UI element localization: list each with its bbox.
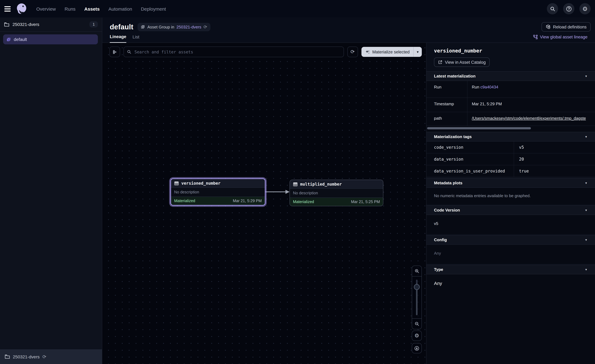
lineage-edge — [261, 187, 292, 196]
lineage-graph-icon — [533, 35, 538, 39]
refresh-graph-button[interactable]: ⟳ — [347, 47, 358, 57]
asset-sidebar: 250321-dvers 1 default — [0, 17, 102, 364]
tag-key: code_version — [426, 141, 514, 153]
search-icon — [550, 6, 555, 11]
asset-node-status: Materialized — [293, 200, 314, 204]
tag-row: code_version v5 — [426, 141, 595, 154]
latest-timestamp-key: Timestamp — [426, 98, 468, 112]
asset-node-description: No description — [171, 188, 265, 197]
section-heading: Metadata plots — [434, 181, 462, 185]
page-title: default — [110, 23, 133, 31]
section-heading: Code Version — [434, 208, 460, 212]
sidebar-footer[interactable]: 250321-dvers ⟳ — [0, 349, 102, 364]
tag-value: v5 — [514, 141, 595, 153]
zoom-in-icon — [414, 269, 419, 273]
sidebar-repo-row[interactable]: 250321-dvers 1 — [0, 17, 102, 32]
tag-row: data_version_is_user_provided true — [426, 165, 595, 177]
help-icon — [566, 6, 572, 12]
asset-group-icon — [6, 37, 11, 42]
asset-detail-panel: versioned_number View in Asset Catalog L… — [426, 43, 595, 364]
view-in-asset-catalog-label: View in Asset Catalog — [445, 60, 486, 64]
section-latest-materialization[interactable]: Latest materialization ▼ — [426, 71, 595, 81]
asset-node-status: Materialized — [174, 199, 195, 203]
search-button[interactable] — [547, 3, 558, 14]
tag-row: data_version 20 — [426, 154, 595, 165]
nav-assets[interactable]: Assets — [84, 6, 99, 11]
materialize-selected-button[interactable]: Materialize selected ▼ — [361, 47, 422, 57]
table-icon — [293, 182, 298, 186]
nav-automation[interactable]: Automation — [108, 6, 132, 11]
latest-run-row: Run Run c9a40434 — [426, 81, 595, 98]
asset-node-description: No description — [290, 189, 383, 198]
download-graph-button[interactable] — [412, 343, 422, 353]
dagster-logo[interactable] — [16, 3, 28, 15]
graph-toolbar: ⟳ Materi — [109, 47, 422, 57]
search-input[interactable] — [134, 49, 340, 55]
section-heading: Materialization tags — [434, 134, 472, 139]
section-heading: Config — [434, 238, 447, 242]
help-button[interactable] — [563, 3, 574, 14]
horizontal-scrollbar-thumb[interactable] — [427, 127, 531, 129]
section-code-version[interactable]: Code Version ▼ — [426, 205, 595, 215]
gear-icon: ⚙ — [582, 6, 588, 12]
hamburger-menu-icon[interactable] — [4, 6, 11, 11]
tag-key: data_version_is_user_provided — [426, 165, 514, 177]
sparkle-icon — [365, 49, 370, 54]
run-id-link[interactable]: c9a40434 — [480, 85, 498, 89]
repo-name: 250321-dvers — [13, 22, 39, 27]
section-materialization-tags[interactable]: Materialization tags ▼ — [426, 132, 595, 141]
tab-list[interactable]: List — [133, 34, 139, 42]
reload-definitions-label: Reload definitions — [553, 25, 587, 29]
zoom-slider[interactable] — [412, 277, 421, 318]
repo-count-badge: 1 — [90, 21, 98, 28]
folder-icon — [5, 354, 10, 359]
zoom-slider-thumb[interactable] — [414, 284, 420, 290]
sync-icon[interactable]: ⟳ — [204, 25, 207, 29]
nav-overview[interactable]: Overview — [36, 6, 56, 11]
graph-settings-button[interactable]: ⚙ — [412, 330, 422, 341]
path-link[interactable]: /Users/smackesey/stm/code/elementl/exper… — [472, 116, 586, 121]
primary-nav: Overview Runs Assets Automation Deployme… — [36, 6, 166, 11]
reload-definitions-button[interactable]: Reload definitions — [541, 22, 591, 32]
app-root: Overview Runs Assets Automation Deployme… — [0, 0, 595, 364]
latest-path-key: path — [426, 112, 468, 126]
table-icon — [174, 181, 179, 185]
config-value: Any — [426, 245, 595, 264]
search-icon — [127, 50, 131, 54]
zoom-in-button[interactable] — [412, 266, 421, 277]
asset-node-versioned-number[interactable]: versioned_number No description Material… — [170, 178, 265, 206]
run-prefix: Run — [472, 85, 479, 89]
content-area: default Asset Group in 250321-dvers ⟳ — [102, 17, 595, 364]
view-global-asset-lineage-link[interactable]: View global asset lineage — [533, 35, 588, 42]
caret-down-icon: ▼ — [416, 50, 419, 54]
refresh-icon: ⟳ — [350, 49, 355, 54]
nav-deployment[interactable]: Deployment — [141, 6, 166, 11]
chevron-down-icon: ▼ — [585, 181, 588, 184]
chevron-down-icon: ▼ — [585, 135, 588, 138]
expand-panel-button[interactable] — [109, 47, 120, 57]
view-in-asset-catalog-button[interactable]: View in Asset Catalog — [434, 57, 490, 67]
asset-search-box — [123, 47, 344, 57]
section-config[interactable]: Config ▼ — [426, 235, 595, 245]
tabs-row: Lineage List View global asset lineage — [102, 34, 595, 43]
tab-lineage[interactable]: Lineage — [110, 34, 126, 43]
zoom-out-button[interactable] — [412, 318, 421, 329]
section-heading: Latest materialization — [434, 74, 475, 78]
latest-run-key: Run — [426, 81, 468, 98]
panel-expand-icon — [112, 49, 117, 54]
lineage-canvas[interactable]: ⟳ Materi — [102, 43, 426, 364]
section-metadata-plots[interactable]: Metadata plots ▼ — [426, 178, 595, 188]
latest-timestamp-row: Timestamp Mar 21, 5:29 PM — [426, 98, 595, 112]
nav-runs[interactable]: Runs — [64, 6, 76, 11]
sync-icon[interactable]: ⟳ — [42, 354, 46, 359]
content-header: default Asset Group in 250321-dvers ⟳ — [102, 17, 595, 32]
chip-repo-link[interactable]: 250321-dvers — [177, 25, 201, 29]
asset-node-name: versioned_number — [181, 181, 220, 186]
settings-button[interactable]: ⚙ — [579, 3, 591, 14]
sidebar-item-default-group[interactable]: default — [3, 34, 98, 44]
asset-node-multiplied-number[interactable]: multiplied_number No description Materia… — [290, 180, 383, 206]
materialize-selected-label: Materialize selected — [372, 49, 410, 54]
folder-icon — [4, 22, 9, 27]
section-type[interactable]: Type ▼ — [426, 265, 595, 274]
materialize-dropdown-toggle[interactable]: ▼ — [413, 47, 422, 57]
